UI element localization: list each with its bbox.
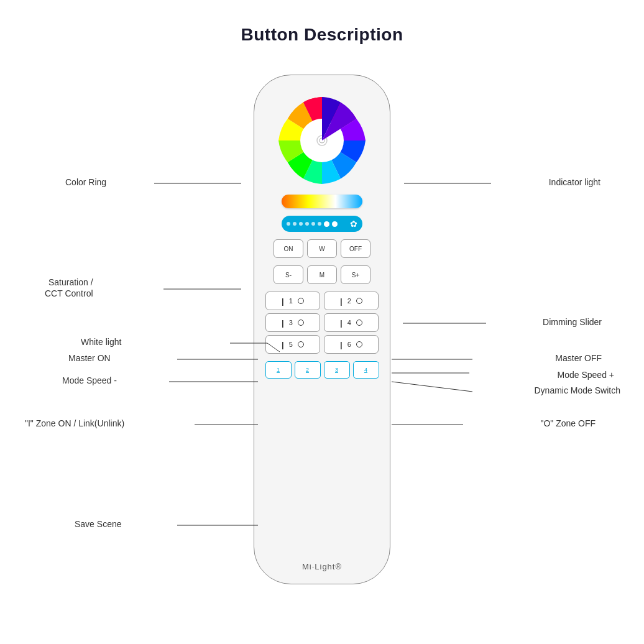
dot6 bbox=[318, 222, 321, 226]
zone-3-button[interactable]: | 3 bbox=[265, 313, 320, 332]
scene-row: 1 2 3 4 bbox=[265, 361, 379, 379]
on-button[interactable]: ON bbox=[274, 239, 303, 258]
dimming-slider-label: Dimming Slider bbox=[543, 317, 602, 327]
indicator-light-label: Indicator light bbox=[549, 177, 600, 187]
diagram-container: ✿ ON W OFF S- M S+ | 1 | 2 bbox=[0, 56, 644, 634]
zone-row-56: | 5 | 6 bbox=[265, 335, 379, 354]
white-light-label: White light bbox=[81, 337, 121, 347]
m-button[interactable]: M bbox=[307, 265, 337, 284]
scene-2-button[interactable]: 2 bbox=[295, 361, 321, 379]
saturation-cct-bar[interactable] bbox=[282, 195, 362, 208]
sun-icon: ✿ bbox=[350, 219, 357, 229]
color-ring-label: Color Ring bbox=[65, 177, 106, 187]
zone-5-button[interactable]: | 5 bbox=[265, 335, 320, 354]
saturation-cct-label: Saturation / CCT Control bbox=[45, 277, 93, 299]
zone-on-label: "I" Zone ON / Link(Unlink) bbox=[25, 418, 124, 428]
dot8 bbox=[332, 221, 338, 227]
zone-6-button[interactable]: | 6 bbox=[324, 335, 379, 354]
brand-label: Mi·Light® bbox=[302, 562, 342, 571]
s-m-s-row: S- M S+ bbox=[274, 265, 370, 284]
svg-line-14 bbox=[392, 382, 472, 392]
zone-2-button[interactable]: | 2 bbox=[324, 292, 379, 310]
zone-1-button[interactable]: | 1 bbox=[265, 292, 320, 310]
zone-grid: | 1 | 2 | 3 | 4 bbox=[265, 292, 379, 354]
dynamic-mode-switch-label: Dynamic Mode Switch bbox=[535, 385, 621, 395]
dot2 bbox=[293, 222, 297, 226]
on-w-off-row: ON W OFF bbox=[274, 239, 370, 258]
mode-speed-plus-label: Mode Speed + bbox=[558, 370, 614, 380]
dot7 bbox=[324, 221, 329, 227]
s-minus-button[interactable]: S- bbox=[274, 265, 303, 284]
zone-4-button[interactable]: | 4 bbox=[324, 313, 379, 332]
master-off-label: Master OFF bbox=[555, 353, 602, 363]
zone-row-34: | 3 | 4 bbox=[265, 313, 379, 332]
zone-off-label: "O" Zone OFF bbox=[540, 418, 596, 428]
zone-row-12: | 1 | 2 bbox=[265, 292, 379, 310]
scene-3-button[interactable]: 3 bbox=[324, 361, 350, 379]
dot5 bbox=[311, 222, 315, 226]
mode-speed-minus-label: Mode Speed - bbox=[62, 375, 117, 385]
dot1 bbox=[287, 222, 290, 226]
w-button[interactable]: W bbox=[307, 239, 337, 258]
master-on-label: Master ON bbox=[68, 353, 111, 363]
dot4 bbox=[305, 222, 309, 226]
scene-4-button[interactable]: 4 bbox=[353, 361, 379, 379]
scene-1-button[interactable]: 1 bbox=[265, 361, 292, 379]
page-title: Button Description bbox=[0, 0, 644, 45]
color-wheel[interactable] bbox=[275, 94, 369, 187]
dot3 bbox=[299, 222, 303, 226]
s-plus-button[interactable]: S+ bbox=[341, 265, 370, 284]
remote-control: ✿ ON W OFF S- M S+ | 1 | 2 bbox=[254, 75, 390, 584]
save-scene-label: Save Scene bbox=[75, 519, 122, 529]
dimming-slider[interactable]: ✿ bbox=[282, 216, 362, 232]
off-button[interactable]: OFF bbox=[341, 239, 370, 258]
